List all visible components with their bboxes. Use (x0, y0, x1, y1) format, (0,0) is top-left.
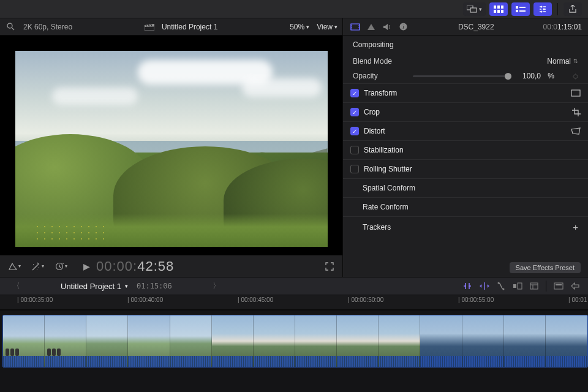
svg-rect-24 (513, 284, 516, 288)
svg-rect-6 (497, 10, 500, 13)
svg-rect-25 (518, 283, 522, 289)
clip-thumbnail[interactable] (504, 315, 546, 367)
zoom-dropdown[interactable]: 50%▾ (290, 23, 309, 31)
play-button[interactable]: ▶ (83, 262, 90, 271)
ruler-tick: | 00:00:50:00 (349, 296, 383, 303)
search-icon[interactable] (5, 23, 16, 31)
toggle-row-distort[interactable]: ✓ Distort (343, 121, 588, 140)
checkbox[interactable] (350, 165, 359, 173)
clip-thumbnail[interactable] (254, 315, 295, 367)
opacity-slider[interactable] (413, 75, 511, 77)
crop-icon (572, 108, 581, 116)
skimming-button[interactable] (480, 282, 489, 290)
index-button[interactable] (530, 282, 538, 290)
next-edit-button[interactable]: 〉 (209, 281, 224, 292)
clip-thumbnail[interactable] (546, 315, 587, 367)
toggle-row-crop[interactable]: ✓ Crop (343, 102, 588, 121)
info-inspector-tab[interactable]: i (397, 21, 409, 32)
svg-rect-11 (519, 10, 526, 12)
rect-icon (571, 89, 581, 97)
timeline-ruler[interactable]: | 00:00:35:00| 00:00:40:00| 00:00:45:00|… (0, 295, 588, 310)
svg-point-15 (7, 23, 12, 28)
clip-thumbnail[interactable] (420, 315, 462, 367)
preview-frame[interactable] (15, 51, 328, 247)
ruler-tick: | 00:00:55:00 (459, 296, 494, 303)
opacity-row: Opacity 100,0 % ◇ (343, 69, 588, 83)
checkbox[interactable]: ✓ (350, 127, 359, 135)
svg-rect-26 (530, 283, 538, 289)
clip-thumbnail[interactable] (128, 315, 170, 367)
toggle-label: Stabilization (364, 146, 404, 154)
checkbox[interactable]: ✓ (350, 108, 359, 116)
clip-thumbnail[interactable] (3, 315, 45, 367)
add-icon[interactable]: + (573, 222, 578, 232)
viewer-header: 2K 60p, Stereo Untitled Project 1 50%▾ V… (0, 18, 342, 36)
timeline[interactable] (0, 310, 588, 392)
timecode-large: 42:58 (137, 258, 174, 274)
svg-rect-2 (494, 6, 496, 9)
top-toolbar: ▾ (0, 0, 588, 18)
solo-button[interactable] (513, 282, 522, 290)
blend-mode-label: Blend Mode (353, 57, 402, 66)
svg-rect-9 (519, 7, 526, 8)
timecode-display[interactable]: 00:00:42:58 (96, 258, 174, 274)
share-button[interactable] (564, 2, 582, 16)
snapping-button[interactable] (462, 282, 472, 290)
toggle-label: Transform (364, 89, 397, 97)
blend-mode-dropdown[interactable]: Normal⇅ (547, 57, 578, 66)
project-bar: 〈 Untitled Project 1▾ 01:15:06 〉 (0, 277, 588, 295)
inspector-toggle-button[interactable] (533, 2, 552, 16)
video-track[interactable] (2, 315, 588, 368)
ruler-tick: | 00:00:35:00 (18, 296, 53, 303)
svg-rect-27 (554, 283, 563, 289)
row-rate-conform[interactable]: Rate Conform (343, 197, 588, 216)
clip-thumbnail[interactable] (45, 315, 86, 367)
clip-thumbnail[interactable] (462, 315, 504, 367)
video-inspector-tab[interactable] (349, 21, 361, 32)
toggle-row-rolling-shutter[interactable]: Rolling Shutter (343, 159, 588, 178)
ruler-tick: | 00:01 (570, 296, 587, 303)
svg-rect-28 (556, 284, 562, 285)
grid-view-button[interactable] (489, 2, 508, 16)
clip-thumbnail[interactable] (170, 315, 212, 367)
checkbox[interactable] (350, 146, 359, 154)
toggle-row-transform[interactable]: ✓ Transform (343, 83, 588, 102)
transport-bar: ▾ ▾ ▾ ▶ 00:00:42:58 (0, 255, 342, 277)
prev-edit-button[interactable]: 〈 (9, 281, 24, 292)
color-inspector-tab[interactable] (365, 21, 377, 32)
audio-inspector-tab[interactable] (381, 21, 393, 32)
row-spatial-conform[interactable]: Spatial Conform (343, 178, 588, 197)
checkbox[interactable]: ✓ (350, 89, 359, 97)
clip-thumbnail[interactable] (295, 315, 337, 367)
save-effects-preset-button[interactable]: Save Effects Preset (510, 262, 581, 273)
opacity-label: Opacity (353, 72, 402, 80)
timeline-effects-button[interactable] (571, 282, 579, 290)
viewer-canvas-area (0, 36, 342, 255)
layout-switcher-button[interactable]: ▾ (463, 2, 486, 16)
clip-thumbnail[interactable] (212, 315, 254, 367)
project-name-dropdown[interactable]: Untitled Project 1▾ (61, 282, 128, 291)
view-dropdown[interactable]: View▾ (317, 23, 337, 31)
enhance-button[interactable]: ▾ (29, 261, 47, 272)
list-view-button[interactable] (511, 2, 530, 16)
effects-browse-button[interactable]: ▾ (6, 262, 23, 271)
clip-thumbnail[interactable] (86, 315, 128, 367)
svg-point-14 (541, 10, 543, 12)
clip-thumbnail[interactable] (337, 315, 379, 367)
clip-thumbnail[interactable] (379, 315, 420, 367)
retime-button[interactable]: ▾ (53, 261, 70, 272)
audio-skimming-button[interactable] (497, 282, 505, 290)
toggle-row-stabilization[interactable]: Stabilization (343, 140, 588, 159)
svg-point-22 (498, 282, 500, 284)
timeline-appearance-button[interactable] (554, 282, 564, 290)
svg-rect-1 (470, 8, 477, 12)
fullscreen-button[interactable] (323, 261, 336, 272)
opacity-value[interactable]: 100,0 % (522, 72, 554, 80)
inspector-duration: 00:01:15:01 (543, 23, 582, 31)
row-label: Rate Conform (363, 203, 409, 211)
inspector-clip-name: DSC_3922 (414, 23, 538, 31)
project-duration: 01:15:06 (137, 282, 172, 290)
toggle-label: Rolling Shutter (364, 165, 412, 173)
opacity-keyframe-icon[interactable]: ◇ (573, 72, 578, 80)
row-trackers[interactable]: Trackers+ (343, 216, 588, 237)
